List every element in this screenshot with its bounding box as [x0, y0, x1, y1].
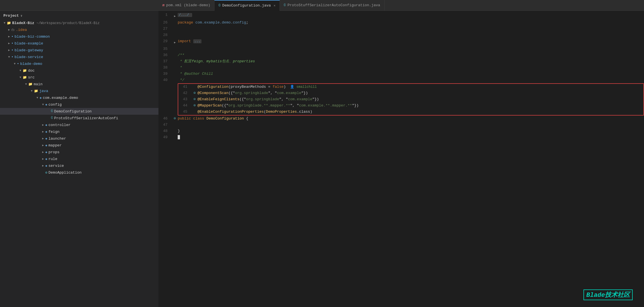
line-num-38: 38 [158, 65, 172, 71]
tree-blade-service[interactable]: ▼ ▪ blade-service [0, 54, 158, 60]
code-line-46: 46 ⊙ public class DemoConfiguration { [158, 116, 644, 122]
java-arrow-icon: ▼ [29, 89, 34, 93]
code-line-28: 28 [158, 32, 644, 38]
code-line-40: 40 */ [158, 77, 644, 83]
ctrl-arrow-icon: ▶ [41, 123, 45, 127]
tree-blade-gateway[interactable]: ▶ ▪ blade-gateway [0, 47, 158, 54]
line-content-36: /** [178, 52, 644, 58]
tree-blade-example[interactable]: ▶ ▪ blade-example [0, 40, 158, 47]
feign-arrow-icon: ▶ [41, 130, 45, 133]
code-line-27: 27 [158, 26, 644, 32]
tree-props[interactable]: ▶ ◈ props [0, 149, 158, 155]
tab-demo-config[interactable]: © DemoConfiguration.java ✕ [214, 0, 280, 11]
tree-feign[interactable]: ▶ ◈ feign [0, 128, 158, 135]
tree-main[interactable]: ▼ 📁 main [0, 81, 158, 88]
line-num-28: 28 [158, 32, 172, 38]
doc-arrow-icon: ▼ [18, 69, 23, 72]
line-num-43: 43 [178, 96, 192, 103]
code-line-44: 44 ⊙ @MapperScan({"org.springblade.**.ma… [178, 103, 643, 109]
java-label: java [39, 89, 48, 93]
tab-pom[interactable]: m pom.xml (blade-demo) [158, 0, 214, 11]
tree-idea[interactable]: ▶ 🗀 .idea [0, 26, 158, 33]
tab-proto-icon: © [284, 3, 286, 7]
tree-mapper[interactable]: ▶ ◈ mapper [0, 142, 158, 149]
code-line-41: 41 @Configuration(proxyBeanMethods = fal… [178, 84, 643, 90]
tree-controller[interactable]: ▶ ◈ controller [0, 121, 158, 128]
tree-demo-configuration[interactable]: © DemoConfiguration [0, 108, 158, 115]
tree-blade-demo[interactable]: ▼ ▪ blade-demo [0, 60, 158, 67]
doc-folder-icon: 📁 [23, 69, 27, 73]
tab-pom-icon: m [162, 3, 164, 7]
code-line-36: 36 /** [158, 52, 644, 58]
rule-label: rule [48, 157, 57, 161]
idea-label: .idea [16, 28, 27, 32]
line-content-27 [178, 26, 644, 32]
bbc-module-icon: ▪ [11, 35, 13, 39]
line-num-48: 48 [158, 128, 172, 134]
bs-module-icon: ▪ [11, 55, 13, 59]
line-content-1: /.../ [178, 12, 644, 18]
tree-root[interactable]: ▼ 📁 BladeX-Biz ~/Workspaces/product/Blad… [0, 20, 158, 26]
gutter-46: ⊙ [172, 116, 178, 122]
line-num-37: 37 [158, 58, 172, 65]
launcher-label: launcher [48, 137, 66, 141]
code-line-39: 39 * @author Chill [158, 71, 644, 77]
line-num-35: 35 [158, 46, 172, 52]
bd-module-icon: ▪ [17, 62, 19, 66]
line-num-39: 39 [158, 71, 172, 77]
line-content-37: * 配置feign、mybatis包名、properties [178, 58, 644, 65]
tree-java[interactable]: ▼ 📁 java [0, 88, 158, 94]
line-arrow-29[interactable]: ▶ [172, 38, 178, 46]
tab-bar: m pom.xml (blade-demo) © DemoConfigurati… [0, 0, 644, 11]
code-line-43: 43 ⊙ @EnableFeignClients({"org.springbla… [178, 96, 643, 103]
tree-com-example-demo[interactable]: ▼ ◈ com.example.demo [0, 94, 158, 101]
code-line-42: 42 ⊙ @ComponentScan({"org.springblade", … [178, 90, 643, 96]
tab-demo-config-icon: © [218, 4, 220, 8]
dc-label: DemoConfiguration [54, 109, 92, 114]
code-line-35: 35 [158, 46, 644, 52]
tab-demo-config-label: DemoConfiguration.java [222, 3, 271, 8]
line-num-26: 26 [158, 20, 172, 26]
tree-doc[interactable]: ▼ 📁 doc [0, 67, 158, 74]
tree-config[interactable]: ▼ ◈ config [0, 101, 158, 108]
line-content-40: */ [178, 77, 644, 83]
ced-label: com.example.demo [43, 96, 78, 100]
project-chevron-icon: ∨ [21, 14, 23, 18]
tree-rule[interactable]: ▶ ◈ rule [0, 155, 158, 162]
code-line-29: 29 ▶ import ... [158, 38, 644, 46]
ctrl-label: controller [48, 123, 70, 127]
line-num-41: 41 [178, 84, 192, 90]
root-label: BladeX-Biz ~/Workspaces/product/BladeX-B… [12, 21, 100, 25]
sidebar: Project ∨ ▼ 📁 BladeX-Biz ~/Workspaces/pr… [0, 11, 158, 307]
src-label: src [28, 75, 35, 80]
tree-launcher[interactable]: ▶ ◈ launcher [0, 135, 158, 142]
bbc-label: blade-biz-common [14, 35, 50, 39]
tab-demo-config-close[interactable]: ✕ [274, 4, 276, 7]
tab-proto[interactable]: © ProtoStuffSerializerAutoConfiguration.… [280, 0, 385, 11]
main-arrow-icon: ▼ [24, 83, 28, 86]
code-content[interactable]: 1 ▶ /.../ 26 package com.example.demo.co… [158, 11, 644, 307]
line-num-45: 45 [178, 109, 192, 115]
tree-src[interactable]: ▼ 📁 src [0, 74, 158, 81]
line-content-26: package com.example.demo.config; [178, 20, 644, 26]
code-line-1: 1 ▶ /.../ [158, 12, 644, 20]
gutter-43: ⊙ [192, 96, 198, 103]
line-content-38: * [178, 65, 644, 71]
line-arrow-1[interactable]: ▶ [172, 12, 178, 20]
main-layout: Project ∨ ▼ 📁 BladeX-Biz ~/Workspaces/pr… [0, 11, 644, 307]
rule-arrow-icon: ▶ [41, 157, 45, 161]
launcher-package-icon: ◈ [45, 137, 47, 141]
line-content-39: * @author Chill [178, 71, 644, 77]
bg-arrow-icon: ▶ [7, 48, 11, 52]
tree-service[interactable]: ▶ ◈ service [0, 162, 158, 169]
line-content-43: @EnableFeignClients({"org.springblade", … [198, 96, 643, 103]
line-num-42: 42 [178, 90, 192, 96]
bbc-arrow-icon: ▶ [7, 35, 11, 38]
tab-proto-label: ProtoStuffSerializerAutoConfiguration.ja… [287, 3, 380, 7]
tree-blade-biz-common[interactable]: ▶ ▪ blade-biz-common [0, 33, 158, 40]
ced-package-icon: ◈ [40, 96, 42, 100]
tree-demo-application[interactable]: ⚙ DemoApplication [0, 169, 158, 176]
line-num-1: 1 [158, 12, 172, 18]
tree-proto-config[interactable]: © ProtoStuffSerializerAutoConfi [0, 115, 158, 121]
line-num-36: 36 [158, 52, 172, 58]
